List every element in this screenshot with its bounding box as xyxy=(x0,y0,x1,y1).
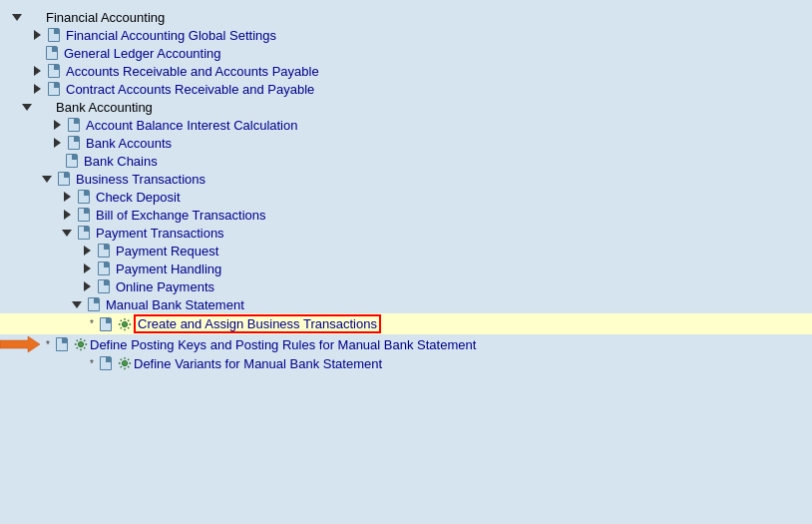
label-payment-request[interactable]: Payment Request xyxy=(116,244,218,259)
label-account-balance[interactable]: Account Balance Interest Calculation xyxy=(86,118,297,133)
label-bank-accounts[interactable]: Bank Accounts xyxy=(86,136,172,151)
label-contract-accounts[interactable]: Contract Accounts Receivable and Payable xyxy=(66,82,314,97)
tree-row-financial-accounting[interactable]: Financial Accounting xyxy=(0,8,812,26)
label-bank-accounting: Bank Accounting xyxy=(56,100,153,115)
doc-icon-bank-chains xyxy=(64,153,80,169)
label-online-payments[interactable]: Online Payments xyxy=(116,279,214,294)
tree-row-general-ledger[interactable]: General Ledger Accounting xyxy=(0,44,812,62)
svg-point-3 xyxy=(122,360,127,365)
tree-row-payment-transactions[interactable]: Payment Transactions xyxy=(0,224,812,242)
tree-row-define-posting[interactable]: * Define Posting Keys and Posting Rules … xyxy=(0,334,812,354)
doc-icon-check-deposit xyxy=(76,189,92,205)
tree-row-bank-accounts[interactable]: Bank Accounts xyxy=(0,134,812,152)
folder-icon-financial-accounting xyxy=(26,9,42,25)
toggle-manual-bank-statement[interactable] xyxy=(70,297,84,311)
doc-icon-bill-of-exchange xyxy=(76,207,92,223)
gear-icon-create-assign xyxy=(118,317,132,331)
tree-row-online-payments[interactable]: Online Payments xyxy=(0,277,812,295)
doc-icon-online-payments xyxy=(96,278,112,294)
bullet-create-assign: * xyxy=(88,318,96,329)
toggle-check-deposit[interactable] xyxy=(60,190,74,204)
svg-point-0 xyxy=(122,321,127,326)
toggle-contract-accounts[interactable] xyxy=(30,82,44,96)
label-check-deposit[interactable]: Check Deposit xyxy=(96,190,181,205)
label-manual-bank-statement[interactable]: Manual Bank Statement xyxy=(106,297,244,312)
tree-container: Financial Accounting Financial Accountin… xyxy=(0,0,812,380)
toggle-business-transactions[interactable] xyxy=(40,172,54,186)
bullet-define-variants: * xyxy=(88,358,96,369)
label-fa-global-settings[interactable]: Financial Accounting Global Settings xyxy=(66,28,276,43)
bullet-define-posting: * xyxy=(44,339,52,350)
label-bank-chains[interactable]: Bank Chains xyxy=(84,154,158,169)
toggle-bank-accounting[interactable] xyxy=(20,100,34,114)
tree-row-bank-accounting[interactable]: Bank Accounting xyxy=(0,98,812,116)
toggle-payment-handling[interactable] xyxy=(80,262,94,275)
label-payment-handling[interactable]: Payment Handling xyxy=(116,262,221,276)
gear-icon-define-variants xyxy=(118,356,132,370)
doc-icon-account-balance xyxy=(66,117,82,133)
label-business-transactions[interactable]: Business Transactions xyxy=(76,172,205,187)
folder-icon-bank-accounting xyxy=(36,99,52,115)
doc-icon-manual-bank-statement xyxy=(86,296,102,312)
doc-icon-payment-handling xyxy=(96,261,112,276)
tree-row-fa-global-settings[interactable]: Financial Accounting Global Settings xyxy=(0,26,812,44)
toggle-bank-accounts[interactable] xyxy=(50,136,64,150)
toggle-online-payments[interactable] xyxy=(80,279,94,293)
tree-row-payment-handling[interactable]: Payment Handling xyxy=(0,260,812,277)
tree-row-contract-accounts[interactable]: Contract Accounts Receivable and Payable xyxy=(0,80,812,98)
tree-row-account-balance[interactable]: Account Balance Interest Calculation xyxy=(0,116,812,134)
label-accounts-receivable[interactable]: Accounts Receivable and Accounts Payable xyxy=(66,64,319,79)
tree-row-create-assign[interactable]: * Create and Assign Business Transaction… xyxy=(0,313,812,334)
label-general-ledger[interactable]: General Ledger Accounting xyxy=(64,46,221,61)
label-payment-transactions[interactable]: Payment Transactions xyxy=(96,226,224,241)
doc-icon-business-transactions xyxy=(56,171,72,187)
tree-row-payment-request[interactable]: Payment Request xyxy=(0,242,812,260)
svg-point-2 xyxy=(78,341,83,346)
label-bill-of-exchange[interactable]: Bill of Exchange Transactions xyxy=(96,208,266,223)
svg-marker-1 xyxy=(0,336,40,352)
doc-icon-contract-accounts xyxy=(46,81,62,97)
doc-icon-payment-transactions xyxy=(76,225,92,241)
tree-row-bank-chains[interactable]: Bank Chains xyxy=(0,152,812,170)
toggle-account-balance[interactable] xyxy=(50,118,64,132)
gear-icon-define-posting xyxy=(74,337,88,351)
toggle-accounts-receivable[interactable] xyxy=(30,64,44,78)
orange-arrow-icon xyxy=(0,335,40,353)
doc-icon-define-variants xyxy=(98,355,114,371)
doc-icon-accounts-receivable xyxy=(46,63,62,79)
toggle-fa-global-settings[interactable] xyxy=(30,28,44,42)
tree-row-check-deposit[interactable]: Check Deposit xyxy=(0,188,812,206)
label-define-variants[interactable]: Define Variants for Manual Bank Statemen… xyxy=(134,356,382,371)
label-create-assign[interactable]: Create and Assign Business Transactions xyxy=(138,316,377,331)
doc-icon-fa-global-settings xyxy=(46,27,62,43)
toggle-bill-of-exchange[interactable] xyxy=(60,208,74,222)
label-financial-accounting: Financial Accounting xyxy=(46,10,165,25)
tree-row-bill-of-exchange[interactable]: Bill of Exchange Transactions xyxy=(0,206,812,224)
toggle-financial-accounting[interactable] xyxy=(10,10,24,24)
doc-icon-payment-request xyxy=(96,243,112,259)
doc-icon-create-assign xyxy=(98,316,114,332)
tree-row-manual-bank-statement[interactable]: Manual Bank Statement xyxy=(0,295,812,313)
doc-icon-define-posting xyxy=(54,336,70,352)
doc-icon-bank-accounts xyxy=(66,135,82,151)
tree-row-accounts-receivable[interactable]: Accounts Receivable and Accounts Payable xyxy=(0,62,812,80)
label-define-posting[interactable]: Define Posting Keys and Posting Rules fo… xyxy=(90,337,476,352)
toggle-payment-request[interactable] xyxy=(80,244,94,258)
toggle-payment-transactions[interactable] xyxy=(60,226,74,240)
doc-icon-general-ledger xyxy=(44,45,60,61)
tree-row-define-variants[interactable]: * Define Variants for Manual Bank Statem… xyxy=(0,354,812,372)
create-assign-border-box: Create and Assign Business Transactions xyxy=(134,314,381,333)
tree-row-business-transactions[interactable]: Business Transactions xyxy=(0,170,812,188)
